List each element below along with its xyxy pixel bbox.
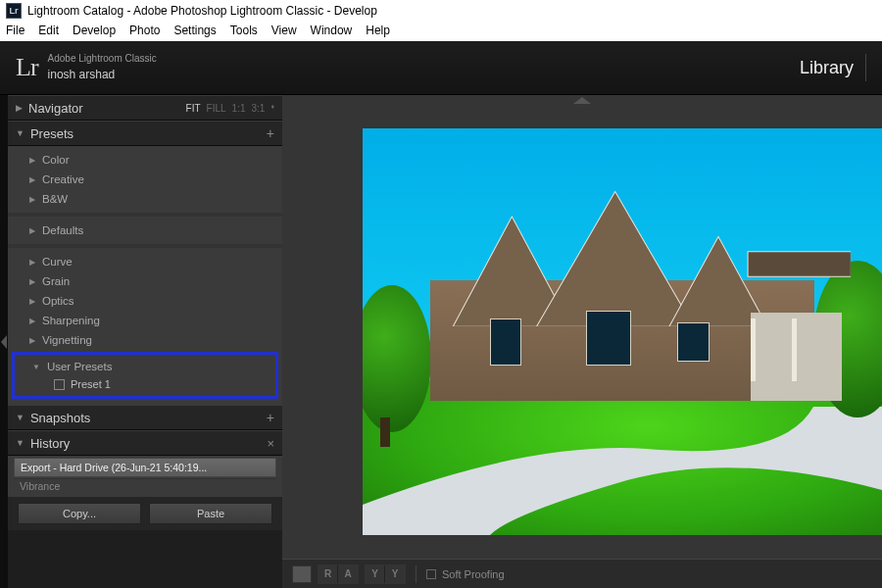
compare-before-after-r[interactable]: R [318,565,338,583]
preset-item-preset1[interactable]: Preset 1 [15,376,275,392]
module-picker-bar: Lr Adobe Lightroom Classic inosh arshad … [0,41,882,95]
history-item[interactable]: Vibrance [14,478,276,493]
menu-settings[interactable]: Settings [173,24,216,39]
lightroom-logo: Lr [16,53,38,82]
loupe-photo[interactable] [363,128,882,535]
app-icon: Lr [6,3,22,19]
top-panel-collapse[interactable] [282,95,882,105]
zoom-fill[interactable]: FILL [207,103,226,114]
compare-before-after-a[interactable]: A [338,565,358,583]
preset-group-sharpening[interactable]: ▶Sharpening [8,311,282,330]
preset-group-bw[interactable]: ▶B&W [8,189,282,209]
chevron-right-icon: ▶ [29,258,35,267]
svg-marker-1 [573,97,591,104]
add-snapshot-icon[interactable]: + [267,410,274,425]
chevron-right-icon: ▶ [29,317,35,325]
menu-edit[interactable]: Edit [38,24,59,39]
snapshots-title: Snapshots [30,411,267,425]
add-preset-icon[interactable]: + [267,125,274,141]
chevron-right-icon: ▶ [29,195,35,204]
history-title: History [30,436,267,451]
zoom-dropdown-icon[interactable]: ♦ [270,103,274,114]
navigator-title: Navigator [28,101,186,116]
copy-paste-row: Copy... Paste [8,496,282,530]
preset-group-creative[interactable]: ▶Creative [8,170,282,189]
clear-history-icon[interactable]: × [267,436,274,451]
chevron-right-icon: ▶ [29,336,35,345]
window-title: Lightroom Catalog - Adobe Photoshop Ligh… [27,4,377,18]
loupe-view-button[interactable] [292,565,312,583]
user-presets-highlight: ▼User Presets Preset 1 [12,352,278,399]
compare-yy-2[interactable]: Y [385,565,405,583]
preset-group-grain[interactable]: ▶Grain [8,271,282,291]
menu-file[interactable]: File [6,24,24,39]
chevron-down-icon: ▼ [16,128,24,138]
toolbar-separator [416,565,416,583]
preset-group-user[interactable]: ▼User Presets [15,357,275,376]
os-title-bar: Lr Lightroom Catalog - Adobe Photoshop L… [0,0,882,22]
menu-tools[interactable]: Tools [230,24,258,39]
module-library[interactable]: Library [800,58,854,78]
snapshots-panel-header[interactable]: ▼ Snapshots + [8,405,282,430]
menu-develop[interactable]: Develop [73,24,116,39]
preset-group-defaults[interactable]: ▶Defaults [8,220,282,240]
chevron-right-icon: ▶ [29,175,35,184]
chevron-right-icon: ▶ [29,277,35,286]
chevron-right-icon: ▶ [29,156,35,165]
zoom-1-1[interactable]: 1:1 [232,103,246,114]
menu-window[interactable]: Window [311,24,353,39]
preset-group-curve[interactable]: ▶Curve [8,252,282,271]
develop-toolbar: R A Y Y Soft Proofing [282,559,882,588]
copy-settings-button[interactable]: Copy... [18,503,141,524]
paste-settings-button[interactable]: Paste [149,503,272,524]
preset-group-optics[interactable]: ▶Optics [8,291,282,311]
soft-proofing-label: Soft Proofing [442,568,505,580]
chevron-down-icon: ▼ [16,438,24,448]
soft-proofing-checkbox[interactable] [426,569,436,579]
chevron-down-icon: ▼ [32,363,40,371]
menu-view[interactable]: View [271,24,297,39]
menu-photo[interactable]: Photo [129,24,160,39]
svg-marker-3 [536,192,693,327]
history-panel-header[interactable]: ▼ History × [8,430,282,456]
presets-title: Presets [30,126,267,141]
zoom-fit[interactable]: FIT [186,103,201,114]
menu-bar: File Edit Develop Photo Settings Tools V… [0,22,882,41]
svg-marker-0 [1,335,7,349]
preset-icon [54,379,65,390]
history-item[interactable]: Export - Hard Drive (26-Jun-21 5:40:19..… [14,458,276,477]
compare-yy-1[interactable]: Y [366,565,385,583]
navigator-panel-header[interactable]: ▶ Navigator FIT FILL 1:1 3:1 ♦ [8,95,282,121]
identity-plate-user: inosh arshad [48,68,157,81]
app-name-label: Adobe Lightroom Classic [48,53,157,65]
chevron-right-icon: ▶ [16,103,23,113]
menu-help[interactable]: Help [366,24,390,39]
module-separator [865,54,866,81]
chevron-right-icon: ▶ [29,297,35,306]
left-panel: ▶ Navigator FIT FILL 1:1 3:1 ♦ ▼ Presets… [8,95,282,588]
svg-marker-5 [748,252,851,277]
preset-group-color[interactable]: ▶Color [8,150,282,170]
presets-panel-header[interactable]: ▼ Presets + [8,121,282,146]
chevron-down-icon: ▼ [16,413,24,422]
center-canvas: R A Y Y Soft Proofing [282,95,882,588]
zoom-3-1[interactable]: 3:1 [252,103,266,114]
preset-group-vignetting[interactable]: ▶Vignetting [8,330,282,350]
left-panel-collapse[interactable] [0,95,8,588]
chevron-right-icon: ▶ [29,226,35,235]
